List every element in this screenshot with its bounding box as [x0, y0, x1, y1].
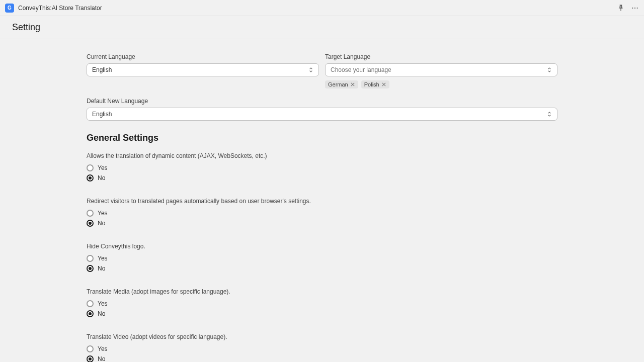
- current-language-value: English: [92, 66, 112, 73]
- select-caret-icon: [546, 111, 553, 118]
- language-tag-label: German: [328, 81, 348, 87]
- pin-icon[interactable]: [617, 4, 625, 12]
- setting-group: Translate Video (adopt videos for specif…: [87, 333, 557, 362]
- radio-option-no[interactable]: No: [87, 310, 557, 317]
- radio-label: No: [98, 310, 105, 317]
- target-language-tags: GermanPolish: [325, 80, 557, 88]
- current-language-col: Current Language English: [87, 53, 319, 88]
- setting-label: Hide Conveythis logo.: [87, 243, 557, 250]
- close-icon[interactable]: [381, 82, 386, 87]
- language-row: Current Language English Target Language…: [87, 53, 557, 88]
- radio-icon: [87, 310, 94, 317]
- current-language-select[interactable]: English: [87, 63, 319, 76]
- radio-option-no[interactable]: No: [87, 265, 557, 272]
- app-icon: G: [5, 4, 14, 13]
- radio-icon: [87, 164, 94, 171]
- app-title: ConveyThis:AI Store Translator: [18, 5, 102, 12]
- close-icon[interactable]: [350, 82, 355, 87]
- target-language-placeholder: Choose your language: [331, 66, 391, 73]
- radio-label: Yes: [98, 255, 108, 262]
- default-language-row: Default New Language English: [87, 98, 557, 121]
- radio-option-yes[interactable]: Yes: [87, 164, 557, 171]
- default-language-col: Default New Language English: [87, 98, 557, 121]
- target-language-label: Target Language: [325, 53, 557, 60]
- radio-label: Yes: [98, 210, 108, 217]
- select-caret-icon: [307, 66, 314, 73]
- topbar-right: [617, 4, 639, 12]
- radio-label: No: [98, 220, 105, 227]
- radio-option-no[interactable]: No: [87, 174, 557, 182]
- radio-label: Yes: [98, 300, 108, 307]
- general-settings-list: Allows the translation of dynamic conten…: [87, 152, 557, 362]
- general-settings-title: General Settings: [87, 133, 557, 143]
- radio-icon: [87, 265, 94, 272]
- radio-icon: [87, 210, 94, 217]
- svg-point-2: [634, 7, 635, 8]
- setting-group: Allows the translation of dynamic conten…: [87, 152, 557, 182]
- topbar: G ConveyThis:AI Store Translator: [0, 0, 644, 16]
- language-tag: German: [325, 80, 358, 88]
- svg-point-1: [632, 7, 633, 8]
- radio-label: No: [98, 174, 105, 182]
- radio-label: Yes: [98, 164, 108, 171]
- default-language-value: English: [92, 111, 112, 118]
- radio-icon: [87, 174, 94, 182]
- select-caret-icon: [546, 66, 553, 73]
- radio-icon: [87, 345, 94, 352]
- page-header: Setting: [0, 16, 644, 39]
- page-title: Setting: [12, 22, 632, 33]
- default-language-select[interactable]: English: [87, 108, 557, 121]
- radio-option-no[interactable]: No: [87, 220, 557, 227]
- content: Current Language English Target Language…: [70, 39, 574, 362]
- app-icon-letter: G: [8, 5, 12, 11]
- setting-group: Hide Conveythis logo.YesNo: [87, 243, 557, 272]
- radio-icon: [87, 220, 94, 227]
- svg-point-3: [637, 7, 638, 8]
- radio-label: No: [98, 265, 105, 272]
- radio-label: No: [98, 355, 105, 362]
- default-language-label: Default New Language: [87, 98, 557, 105]
- language-tag: Polish: [361, 80, 389, 88]
- radio-icon: [87, 300, 94, 307]
- radio-icon: [87, 355, 94, 362]
- setting-label: Allows the translation of dynamic conten…: [87, 152, 557, 159]
- radio-option-yes[interactable]: Yes: [87, 210, 557, 217]
- setting-group: Redirect visitors to translated pages au…: [87, 198, 557, 227]
- target-language-col: Target Language Choose your language Ger…: [325, 53, 557, 88]
- radio-label: Yes: [98, 345, 108, 352]
- radio-option-yes[interactable]: Yes: [87, 300, 557, 307]
- radio-option-yes[interactable]: Yes: [87, 345, 557, 352]
- radio-option-yes[interactable]: Yes: [87, 255, 557, 262]
- radio-option-no[interactable]: No: [87, 355, 557, 362]
- setting-label: Translate Video (adopt videos for specif…: [87, 333, 557, 340]
- setting-group: Translate Media (adopt images for specif…: [87, 288, 557, 317]
- more-icon[interactable]: [631, 4, 639, 12]
- setting-label: Redirect visitors to translated pages au…: [87, 198, 557, 205]
- current-language-label: Current Language: [87, 53, 319, 60]
- topbar-left: G ConveyThis:AI Store Translator: [5, 4, 102, 13]
- target-language-select[interactable]: Choose your language: [325, 63, 557, 76]
- language-tag-label: Polish: [364, 81, 379, 87]
- setting-label: Translate Media (adopt images for specif…: [87, 288, 557, 295]
- radio-icon: [87, 255, 94, 262]
